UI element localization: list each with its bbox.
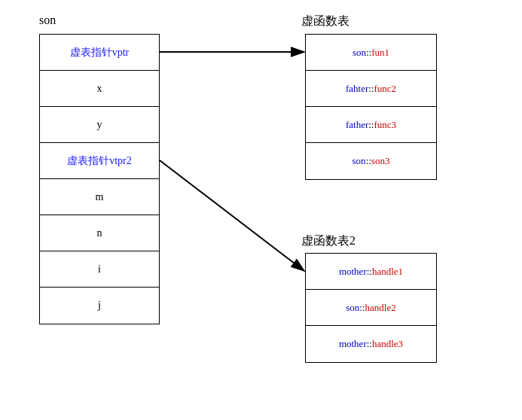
- vtable2-func-0: handle1: [372, 266, 403, 278]
- son-x-cell: x: [40, 71, 159, 107]
- vtable1-label: 虚函数表: [301, 14, 350, 29]
- vtable1-sep-2: ::: [368, 119, 374, 131]
- vtable1-func-3: son3: [371, 155, 390, 167]
- son-struct-box: 虚表指针vptr x y 虚表指针vtpr2 m n i j: [39, 34, 160, 324]
- vtable1-class-1: fahter: [346, 83, 368, 95]
- vtable1-box: son::fun1 fahter::func2 father::func3 so…: [305, 34, 437, 180]
- vtable2-sep-1: ::: [359, 302, 365, 314]
- vtable2-sep-2: ::: [367, 338, 372, 350]
- son-vptr2-cell: 虚表指针vtpr2: [40, 143, 159, 179]
- vtable2-box: mother::handle1 son::handle2 mother::han…: [305, 253, 437, 363]
- vtable1-func-1: func2: [374, 83, 396, 95]
- vtable2-row-2: mother::handle3: [306, 326, 436, 362]
- son-i-cell: i: [40, 251, 159, 288]
- son-j-cell: j: [40, 288, 159, 324]
- vtable1-row-2: father::func3: [306, 107, 436, 143]
- vtable1-func-2: func3: [374, 119, 396, 131]
- vtable2-func-1: handle2: [365, 302, 396, 314]
- vtable1-class-3: son: [353, 155, 366, 167]
- vtable2-class-2: mother: [339, 338, 367, 350]
- vtable2-class-1: son: [346, 302, 359, 314]
- son-y-cell: y: [40, 107, 159, 143]
- son-m-cell: m: [40, 179, 159, 215]
- vtable1-row-1: fahter::func2: [306, 71, 436, 107]
- vtable2-func-2: handle3: [372, 338, 403, 350]
- son-vptr-cell: 虚表指针vptr: [40, 35, 159, 71]
- arrow-vptr2-to-vtable2: [160, 160, 304, 271]
- son-n-cell: n: [40, 215, 159, 251]
- vtable2-row-0: mother::handle1: [306, 254, 436, 290]
- vtable2-class-0: mother: [339, 266, 367, 278]
- vtable2-label: 虚函数表2: [301, 233, 356, 249]
- son-label: son: [39, 14, 56, 27]
- vtable1-class-0: son: [353, 47, 366, 59]
- vtable1-func-0: fun1: [371, 47, 389, 59]
- vtable2-row-1: son::handle2: [306, 290, 436, 326]
- vtable1-sep-1: ::: [368, 83, 374, 95]
- vtable1-row-3: son::son3: [306, 143, 436, 179]
- vtable2-sep-0: ::: [367, 266, 372, 278]
- vtable1-sep-3: ::: [366, 155, 371, 167]
- vtable1-class-2: father: [346, 119, 368, 131]
- vtable1-sep-0: ::: [366, 47, 371, 59]
- vtable1-row-0: son::fun1: [306, 35, 436, 71]
